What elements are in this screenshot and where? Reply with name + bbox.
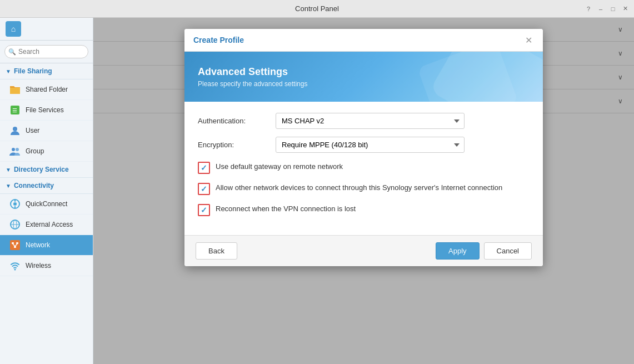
check-icon-1: ✓: [201, 163, 207, 172]
content-area: ∨ ∨ ∨ ∨: [93, 18, 634, 364]
back-button[interactable]: Back: [196, 242, 237, 260]
quickconnect-label: QuickConnect: [26, 200, 67, 208]
checkbox-section: ✓ Use default gateway on remote network …: [198, 161, 530, 217]
svg-point-2: [13, 127, 17, 131]
app-title: Control Panel: [295, 4, 339, 13]
check-icon-3: ✓: [201, 206, 207, 215]
svg-rect-12: [10, 240, 20, 250]
quickconnect-icon: [9, 198, 21, 210]
encrypt-label: Encryption:: [198, 141, 276, 149]
svg-rect-14: [16, 242, 18, 244]
svg-rect-13: [12, 242, 14, 244]
auth-control: MS CHAP v2 MS CHAP CHAP PAP: [276, 113, 465, 129]
user-icon: [9, 124, 21, 137]
checkbox-row-reconnect: ✓ Reconnect when the VPN connection is l…: [198, 203, 530, 217]
dialog-close-button[interactable]: ✕: [523, 34, 534, 46]
dialog-footer: Back Apply Cancel: [184, 235, 543, 266]
allow-other-label: Allow other network devices to connect t…: [216, 183, 502, 193]
folder-icon: [9, 83, 21, 96]
minimize-button[interactable]: –: [596, 4, 605, 13]
allow-other-checkbox[interactable]: ✓: [198, 183, 210, 195]
search-input[interactable]: [4, 45, 88, 58]
home-icon[interactable]: ⌂: [6, 21, 21, 37]
sidebar-item-network[interactable]: Network: [0, 235, 93, 256]
help-button[interactable]: ?: [584, 4, 593, 13]
svg-point-18: [14, 269, 16, 271]
checkbox-row-allow-other: ✓ Allow other network devices to connect…: [198, 182, 530, 196]
group-label: Group: [26, 147, 44, 155]
svg-point-6: [13, 202, 17, 206]
network-icon: [9, 239, 21, 251]
shared-folder-label: Shared Folder: [26, 86, 68, 93]
dialog-banner-heading: Advanced Settings: [198, 66, 530, 78]
search-area: 🔍: [0, 41, 93, 63]
external-access-label: External Access: [26, 221, 73, 228]
wireless-icon: [9, 260, 21, 272]
home-button[interactable]: ⌂: [0, 18, 93, 41]
title-bar: Control Panel ? – □ ✕: [0, 0, 634, 18]
file-sharing-label: File Sharing: [14, 67, 52, 75]
sidebar-item-external-access[interactable]: External Access: [0, 215, 93, 235]
external-access-icon: [9, 218, 21, 231]
sidebar: ⌂ 🔍 ▼ File Sharing Shared Folder ☰ File …: [0, 18, 93, 364]
file-services-icon: ☰: [9, 104, 21, 116]
directory-arrow-icon: ▼: [6, 167, 11, 173]
app-container: ⌂ 🔍 ▼ File Sharing Shared Folder ☰ File …: [0, 18, 634, 364]
connectivity-label: Connectivity: [14, 182, 54, 190]
dialog-title: Create Profile: [193, 36, 244, 44]
sidebar-item-user[interactable]: User: [0, 121, 93, 141]
cancel-button[interactable]: Cancel: [484, 242, 532, 260]
dialog-banner-subheading: Please specify the advanced settings: [198, 80, 530, 88]
sidebar-section-connectivity[interactable]: ▼ Connectivity: [0, 178, 93, 194]
default-gateway-label: Use default gateway on remote network: [216, 162, 343, 172]
window-controls: ? – □ ✕: [584, 4, 630, 13]
sidebar-item-wireless[interactable]: Wireless: [0, 256, 93, 276]
auth-label: Authentication:: [198, 117, 276, 125]
sidebar-item-quickconnect[interactable]: QuickConnect: [0, 194, 93, 215]
close-window-button[interactable]: ✕: [621, 4, 630, 13]
maximize-button[interactable]: □: [608, 4, 617, 13]
file-services-label: File Services: [26, 106, 64, 114]
dialog-overlay: Create Profile ✕ Advanced Settings Pleas…: [93, 18, 634, 364]
sidebar-item-shared-folder[interactable]: Shared Folder: [0, 79, 93, 100]
encrypt-row: Encryption: Require MPPE (40/128 bit) No…: [198, 137, 530, 153]
search-icon: 🔍: [8, 48, 16, 56]
reconnect-label: Reconnect when the VPN connection is los…: [216, 204, 356, 214]
user-label: User: [26, 127, 39, 134]
wireless-label: Wireless: [26, 262, 51, 270]
encrypt-select[interactable]: Require MPPE (40/128 bit) No Encryption …: [276, 137, 465, 153]
check-icon-2: ✓: [201, 185, 207, 193]
sidebar-item-file-services[interactable]: ☰ File Services: [0, 100, 93, 121]
connectivity-arrow-icon: ▼: [6, 183, 11, 189]
checkbox-row-default-gateway: ✓ Use default gateway on remote network: [198, 161, 530, 175]
default-gateway-checkbox[interactable]: ✓: [198, 162, 210, 174]
encrypt-control: Require MPPE (40/128 bit) No Encryption …: [276, 137, 465, 153]
auth-row: Authentication: MS CHAP v2 MS CHAP CHAP …: [198, 113, 530, 129]
dialog-body: Authentication: MS CHAP v2 MS CHAP CHAP …: [184, 102, 543, 235]
svg-rect-15: [14, 246, 16, 248]
network-label: Network: [26, 241, 50, 249]
directory-service-label: Directory Service: [14, 166, 69, 173]
dialog-titlebar: Create Profile ✕: [184, 29, 543, 52]
apply-button[interactable]: Apply: [436, 242, 480, 260]
reconnect-checkbox[interactable]: ✓: [198, 204, 210, 216]
dialog-banner: Advanced Settings Please specify the adv…: [184, 52, 543, 102]
sidebar-item-group[interactable]: Group: [0, 141, 93, 162]
footer-right-buttons: Apply Cancel: [436, 242, 532, 260]
group-icon: [9, 145, 21, 157]
auth-select[interactable]: MS CHAP v2 MS CHAP CHAP PAP: [276, 113, 465, 129]
sidebar-section-directory[interactable]: ▼ Directory Service: [0, 162, 93, 178]
sidebar-section-file-sharing[interactable]: ▼ File Sharing: [0, 63, 93, 79]
create-profile-dialog: Create Profile ✕ Advanced Settings Pleas…: [184, 29, 543, 266]
arrow-icon: ▼: [6, 68, 11, 74]
svg-text:☰: ☰: [12, 107, 17, 113]
svg-point-3: [12, 148, 15, 151]
svg-point-4: [16, 148, 19, 151]
